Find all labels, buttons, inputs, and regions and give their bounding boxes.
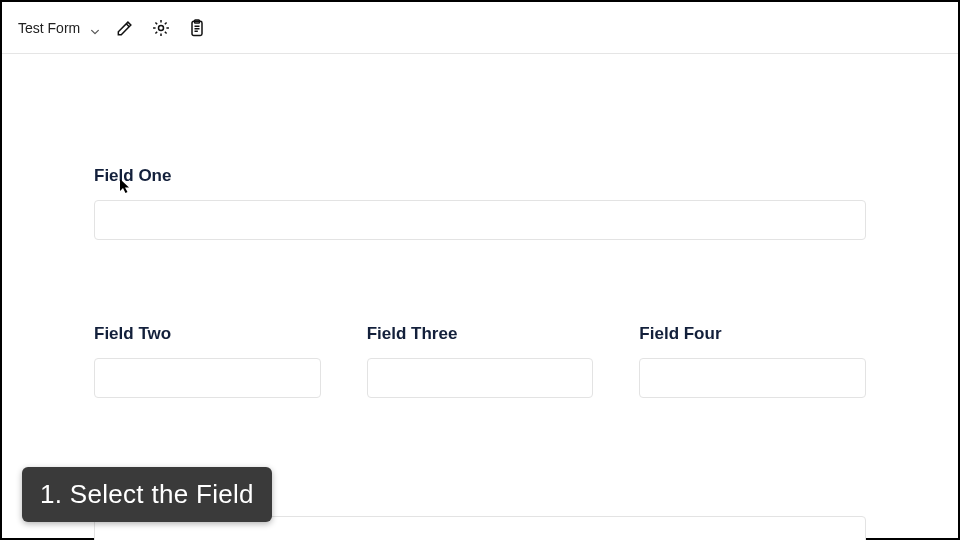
field-label-3: Field Three (367, 324, 594, 344)
instruction-text: 1. Select the Field (40, 479, 254, 509)
field-block-1[interactable]: Field One (94, 166, 866, 240)
field-input-2[interactable] (94, 358, 321, 398)
field-label-1: Field One (94, 166, 866, 186)
field-block-3[interactable]: Field Three (367, 324, 594, 398)
field-label-2: Field Two (94, 324, 321, 344)
field-block-4[interactable]: Field Four (639, 324, 866, 398)
field-input-3[interactable] (367, 358, 594, 398)
clipboard-icon[interactable] (186, 17, 208, 39)
toolbar: Test Form (2, 2, 958, 54)
field-input-4[interactable] (639, 358, 866, 398)
gear-icon[interactable] (150, 17, 172, 39)
field-label-4: Field Four (639, 324, 866, 344)
edit-icon[interactable] (114, 17, 136, 39)
field-row-2: Field Two Field Three Field Four (94, 324, 866, 398)
svg-point-0 (159, 25, 164, 30)
field-input-1[interactable] (94, 200, 866, 240)
field-block-2[interactable]: Field Two (94, 324, 321, 398)
chevron-down-icon (90, 23, 100, 33)
app-frame: Test Form Field One Field Two Field Thr (0, 0, 960, 540)
form-name-label: Test Form (18, 20, 80, 36)
form-name-dropdown[interactable]: Test Form (18, 20, 100, 36)
form-canvas[interactable]: Field One Field Two Field Three Field Fo… (2, 56, 958, 538)
instruction-overlay: 1. Select the Field (22, 467, 272, 522)
